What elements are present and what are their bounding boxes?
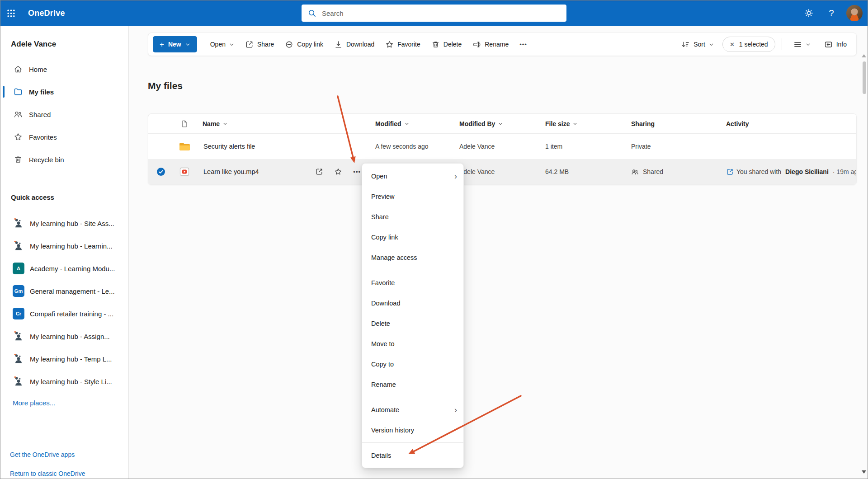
close-icon: ✕ [730,41,735,48]
scrollbar-up-arrow[interactable] [862,54,866,57]
share-icon[interactable] [315,168,323,176]
menu-item-manage-access[interactable]: Manage access [362,247,463,268]
favorite-star-icon[interactable] [334,168,342,176]
menu-item-preview[interactable]: Preview [362,186,463,207]
download-button[interactable]: Download [329,36,379,52]
activity-cell: You shared with Diego Siciliani · 19m ag [719,168,856,176]
scrollbar-thumb[interactable] [863,61,866,94]
file-name[interactable]: Learn like you.mp4 [203,168,259,175]
scrollbar-down-arrow[interactable] [862,470,866,474]
table-row[interactable]: Security alerts file A few seconds ago A… [148,134,856,159]
sidebar-item-label: Recycle bin [29,156,64,164]
column-header-activity[interactable]: Activity [719,120,856,127]
quick-access-item[interactable]: My learning hub - Site Ass... [0,212,128,235]
search-input[interactable] [321,9,560,18]
app-launcher-button[interactable] [0,0,22,26]
quick-access-label: My learning hub - Learnin... [30,242,113,250]
share-button[interactable]: Share [240,36,279,52]
quick-access-item[interactable]: A Academy - Learning Modu... [0,257,128,280]
column-header-file-size[interactable]: File size [538,120,624,127]
sort-button[interactable]: Sort [676,36,719,52]
menu-item-move-to[interactable]: Move to [362,333,463,354]
copy-link-button[interactable]: Copy link [280,36,328,52]
sidebar-user-name: Adele Vance [11,40,128,49]
video-file-icon [174,166,195,177]
menu-item-copy-link[interactable]: Copy link [362,227,463,247]
quick-access-item[interactable]: My learning hub - Temp L... [0,348,128,370]
chevron-right-icon: › [454,172,457,180]
menu-item-share[interactable]: Share [362,207,463,227]
team-site-icon [13,330,24,342]
menu-item-automate[interactable]: Automate › [362,399,463,420]
menu-item-version-history[interactable]: Version history [362,420,463,440]
rename-button[interactable]: Rename [467,36,514,52]
menu-item-copy-to[interactable]: Copy to [362,354,463,374]
main-content: + New Open Share [129,26,868,479]
quick-access-label: Compafi retailer training - ... [30,310,113,318]
menu-item-rename[interactable]: Rename [362,374,463,394]
column-header-modified-by[interactable]: Modified By [452,120,538,127]
get-onedrive-apps-link[interactable]: Get the OneDrive apps [10,451,75,458]
quick-access-item[interactable]: My learning hub - Style Li... [0,370,128,393]
toolbar-overflow-button[interactable]: ••• [514,36,532,52]
quick-access-item[interactable]: My learning hub - Learnin... [0,235,128,257]
column-header-modified[interactable]: Modified [368,120,452,127]
table-row[interactable]: Learn like you.mp4 ••• [148,159,856,184]
sidebar-item-home[interactable]: Home [0,58,128,80]
folder-icon [14,87,23,96]
info-pane-icon [824,40,833,49]
search-box[interactable] [302,5,566,22]
favorite-button[interactable]: Favorite [380,36,425,52]
file-name[interactable]: Security alerts file [203,143,255,150]
modified-by-cell: Adele Vance [452,143,538,150]
menu-item-open[interactable]: Open › [362,166,463,186]
header-actions: ? [801,0,863,26]
sidebar-item-shared[interactable]: Shared [0,103,128,126]
waffle-icon [7,9,15,18]
table-header-row: Name Modified Modified By File size [148,114,856,134]
sort-button-label: Sort [693,41,705,48]
app-header: OneDrive ? [0,0,868,26]
avatar[interactable] [846,5,863,21]
star-icon [14,132,23,141]
sidebar-item-favorites[interactable]: Favorites [0,126,128,148]
menu-item-details[interactable]: Details [362,445,463,465]
column-header-sharing[interactable]: Sharing [624,120,719,127]
quick-access-label: Academy - Learning Modu... [30,265,115,272]
quick-access-item[interactable]: Gm General management - Le... [0,280,128,302]
sharing-cell: Private [624,143,719,150]
sidebar-item-my-files[interactable]: My files [0,80,128,103]
menu-item-favorite[interactable]: Favorite [362,272,463,293]
sidebar-item-label: Shared [29,111,51,118]
view-options-button[interactable] [788,36,816,52]
help-button[interactable]: ? [824,5,839,21]
delete-button[interactable]: Delete [426,36,467,52]
toolbar-right-group: Sort ✕ 1 selected [676,36,852,52]
info-button[interactable]: Info [819,36,852,52]
team-site-icon [13,376,24,387]
column-header-name[interactable]: Name [195,120,368,127]
menu-item-delete[interactable]: Delete [362,313,463,333]
row-select-cell[interactable] [148,167,174,176]
copy-link-button-label: Copy link [297,41,323,48]
chevron-down-icon [573,122,577,126]
selection-badge[interactable]: ✕ 1 selected [722,37,775,52]
team-site-icon [13,353,24,365]
settings-button[interactable] [801,5,816,21]
favorite-button-label: Favorite [397,41,420,48]
team-site-icon [13,217,24,229]
new-button[interactable]: + New [153,36,197,52]
open-button[interactable]: Open [205,36,239,52]
more-places-link[interactable]: More places... [13,399,128,407]
quick-access-item[interactable]: My learning hub - Assign... [0,325,128,348]
return-to-classic-link[interactable]: Return to classic OneDrive [10,470,85,477]
sidebar-item-recycle-bin[interactable]: Recycle bin [0,148,128,171]
shared-activity-icon [726,168,734,176]
quick-access-item[interactable]: Cr Compafi retailer training - ... [0,302,128,325]
sharing-cell: Shared [624,168,719,176]
trash-icon [431,40,440,49]
scrollbar[interactable] [861,26,867,479]
menu-item-download[interactable]: Download [362,293,463,313]
row-ellipsis-icon[interactable]: ••• [353,169,361,175]
share-icon [245,40,254,49]
